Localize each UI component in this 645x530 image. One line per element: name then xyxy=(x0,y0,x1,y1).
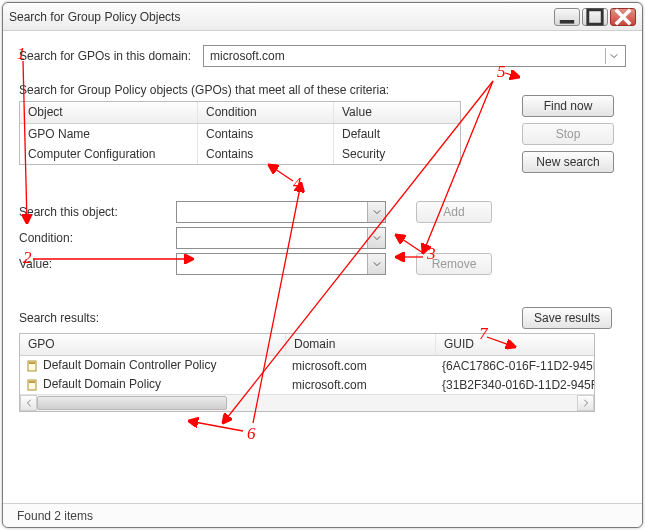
scroll-track[interactable] xyxy=(37,395,577,411)
results-cell-domain: microsoft.com xyxy=(286,358,436,374)
status-bar: Found 2 items xyxy=(3,503,642,527)
criteria-header-object[interactable]: Object xyxy=(20,102,198,123)
criteria-cell-object: Computer Configuration xyxy=(20,144,198,164)
criteria-cell-condition: Contains xyxy=(198,144,334,164)
chevron-down-icon xyxy=(367,254,385,274)
value-row: Value: Remove xyxy=(19,251,626,277)
close-button[interactable] xyxy=(610,8,636,26)
results-hscrollbar[interactable] xyxy=(20,394,594,411)
results-header-guid[interactable]: GUID xyxy=(436,334,594,355)
remove-button[interactable]: Remove xyxy=(416,253,492,275)
results-cell-gpo: Default Domain Controller Policy xyxy=(43,358,216,372)
status-text: Found 2 items xyxy=(17,509,93,523)
criteria-row[interactable]: GPO Name Contains Default xyxy=(20,124,460,144)
action-buttons: Find now Stop New search xyxy=(522,95,614,173)
save-results-button[interactable]: Save results xyxy=(522,307,612,329)
value-combo[interactable] xyxy=(176,253,386,275)
domain-row: Search for GPOs in this domain: microsof… xyxy=(19,45,626,67)
condition-combo[interactable] xyxy=(176,227,386,249)
scroll-left-arrow-icon[interactable] xyxy=(20,395,37,411)
window-controls xyxy=(554,8,636,26)
scroll-thumb[interactable] xyxy=(37,396,227,410)
new-search-button[interactable]: New search xyxy=(522,151,614,173)
criteria-header-condition[interactable]: Condition xyxy=(198,102,334,123)
value-label: Value: xyxy=(19,257,176,271)
scroll-right-arrow-icon[interactable] xyxy=(577,395,594,411)
results-row[interactable]: Default Domain Policy microsoft.com {31B… xyxy=(20,375,594,394)
results-header: GPO Domain GUID xyxy=(20,334,594,356)
find-now-button[interactable]: Find now xyxy=(522,95,614,117)
criteria-cell-object: GPO Name xyxy=(20,124,198,144)
criteria-table: Object Condition Value GPO Name Contains… xyxy=(19,101,461,165)
results-table: GPO Domain GUID Default Domain Controlle… xyxy=(19,333,595,412)
titlebar[interactable]: Search for Group Policy Objects xyxy=(3,3,642,31)
results-cell-gpo: Default Domain Policy xyxy=(43,377,161,391)
results-cell-domain: microsoft.com xyxy=(286,377,436,393)
criteria-header-value[interactable]: Value xyxy=(334,102,460,123)
criteria-cell-value: Default xyxy=(334,124,460,144)
domain-label: Search for GPOs in this domain: xyxy=(19,49,191,63)
results-header-gpo[interactable]: GPO xyxy=(20,334,286,355)
criteria-header: Object Condition Value xyxy=(20,102,460,124)
minimize-button[interactable] xyxy=(554,8,580,26)
search-object-label: Search this object: xyxy=(19,205,176,219)
domain-select-value: microsoft.com xyxy=(210,49,285,63)
window-title: Search for Group Policy Objects xyxy=(9,10,554,24)
gpo-icon xyxy=(26,378,40,392)
chevron-down-icon xyxy=(367,228,385,248)
criteria-row[interactable]: Computer Configuration Contains Security xyxy=(20,144,460,164)
search-object-combo[interactable] xyxy=(176,201,386,223)
stop-button[interactable]: Stop xyxy=(522,123,614,145)
condition-label: Condition: xyxy=(19,231,176,245)
chevron-down-icon xyxy=(605,48,621,64)
svg-rect-1 xyxy=(588,9,602,23)
maximize-button[interactable] xyxy=(582,8,608,26)
results-cell-guid: {6AC1786C-016F-11D2-945F xyxy=(436,358,594,374)
gpo-icon xyxy=(26,359,40,373)
results-row[interactable]: Default Domain Controller Policy microso… xyxy=(20,356,594,375)
results-label: Search results: xyxy=(19,311,99,325)
svg-rect-7 xyxy=(29,381,35,383)
criteria-cell-condition: Contains xyxy=(198,124,334,144)
criteria-cell-value: Security xyxy=(334,144,460,164)
condition-row: Condition: xyxy=(19,225,626,251)
svg-rect-5 xyxy=(29,362,35,364)
add-button[interactable]: Add xyxy=(416,201,492,223)
results-header-domain[interactable]: Domain xyxy=(286,334,436,355)
results-cell-guid: {31B2F340-016D-11D2-945F xyxy=(436,377,594,393)
search-object-row: Search this object: Add xyxy=(19,199,626,225)
chevron-down-icon xyxy=(367,202,385,222)
dialog-window: Search for Group Policy Objects Search f… xyxy=(2,2,643,528)
domain-select[interactable]: microsoft.com xyxy=(203,45,626,67)
